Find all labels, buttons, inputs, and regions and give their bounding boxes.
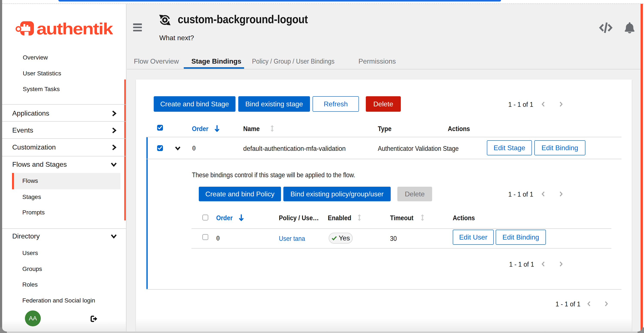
- svg-text:authentik: authentik: [36, 20, 113, 37]
